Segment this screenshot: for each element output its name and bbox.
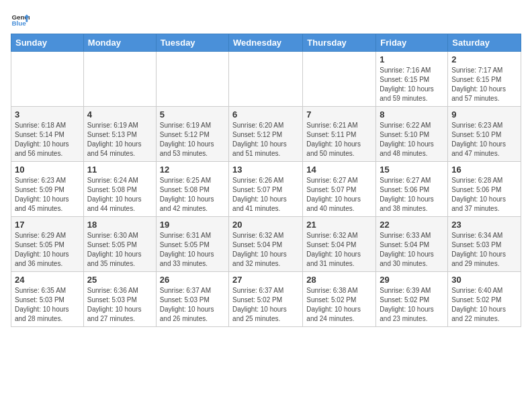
day-number: 2 [451, 54, 517, 64]
calendar-cell: 23Sunrise: 6:34 AM Sunset: 5:03 PM Dayli… [448, 217, 521, 272]
calendar-cell: 19Sunrise: 6:31 AM Sunset: 5:05 PM Dayli… [156, 217, 228, 272]
calendar: SundayMondayTuesdayWednesdayThursdayFrid… [11, 34, 521, 327]
day-number: 15 [380, 165, 444, 175]
page-container: General Blue SundayMondayTuesdayWednesda… [0, 0, 532, 332]
day-info: Sunrise: 6:26 AM Sunset: 5:07 PM Dayligh… [232, 176, 299, 214]
day-number: 16 [451, 165, 517, 175]
day-info: Sunrise: 6:37 AM Sunset: 5:02 PM Dayligh… [232, 286, 299, 324]
calendar-cell: 4Sunrise: 6:19 AM Sunset: 5:13 PM Daylig… [83, 107, 156, 162]
calendar-cell: 3Sunrise: 6:18 AM Sunset: 5:14 PM Daylig… [11, 107, 84, 162]
day-info: Sunrise: 6:27 AM Sunset: 5:06 PM Dayligh… [380, 176, 444, 214]
day-number: 25 [87, 275, 152, 285]
day-info: Sunrise: 6:18 AM Sunset: 5:14 PM Dayligh… [15, 121, 80, 158]
calendar-cell: 2Sunrise: 7:17 AM Sunset: 6:15 PM Daylig… [448, 52, 521, 107]
day-number: 22 [380, 220, 444, 230]
day-number: 18 [87, 220, 152, 230]
day-number: 8 [380, 109, 444, 120]
calendar-cell [229, 52, 303, 107]
calendar-cell: 20Sunrise: 6:32 AM Sunset: 5:04 PM Dayli… [229, 217, 303, 272]
day-number: 19 [160, 220, 225, 230]
calendar-cell: 24Sunrise: 6:35 AM Sunset: 5:03 PM Dayli… [11, 272, 84, 327]
calendar-header-row: SundayMondayTuesdayWednesdayThursdayFrid… [11, 34, 521, 52]
day-number: 26 [160, 275, 225, 285]
day-info: Sunrise: 7:16 AM Sunset: 6:15 PM Dayligh… [380, 66, 444, 103]
calendar-cell: 18Sunrise: 6:30 AM Sunset: 5:05 PM Dayli… [83, 217, 156, 272]
day-info: Sunrise: 6:39 AM Sunset: 5:02 PM Dayligh… [380, 286, 444, 324]
day-number: 9 [451, 109, 517, 120]
weekday-header: Friday [376, 34, 448, 52]
calendar-cell: 30Sunrise: 6:40 AM Sunset: 5:02 PM Dayli… [448, 272, 521, 327]
calendar-cell: 14Sunrise: 6:27 AM Sunset: 5:07 PM Dayli… [303, 162, 376, 217]
day-info: Sunrise: 6:32 AM Sunset: 5:04 PM Dayligh… [306, 231, 372, 269]
day-number: 23 [451, 220, 517, 230]
weekday-header: Wednesday [229, 34, 303, 52]
calendar-cell: 29Sunrise: 6:39 AM Sunset: 5:02 PM Dayli… [376, 272, 448, 327]
calendar-cell [11, 52, 84, 107]
day-info: Sunrise: 6:28 AM Sunset: 5:06 PM Dayligh… [451, 176, 517, 214]
weekday-header: Thursday [303, 34, 376, 52]
day-info: Sunrise: 6:35 AM Sunset: 5:03 PM Dayligh… [15, 286, 80, 324]
day-info: Sunrise: 6:31 AM Sunset: 5:05 PM Dayligh… [160, 231, 225, 269]
calendar-cell: 17Sunrise: 6:29 AM Sunset: 5:05 PM Dayli… [11, 217, 84, 272]
calendar-cell [303, 52, 376, 107]
day-info: Sunrise: 6:23 AM Sunset: 5:09 PM Dayligh… [15, 176, 80, 214]
calendar-cell: 11Sunrise: 6:24 AM Sunset: 5:08 PM Dayli… [83, 162, 156, 217]
calendar-cell [156, 52, 228, 107]
day-number: 3 [15, 109, 80, 120]
calendar-cell: 27Sunrise: 6:37 AM Sunset: 5:02 PM Dayli… [229, 272, 303, 327]
day-number: 20 [232, 220, 299, 230]
day-info: Sunrise: 6:23 AM Sunset: 5:10 PM Dayligh… [451, 121, 517, 158]
day-number: 7 [306, 109, 372, 120]
weekday-header: Monday [83, 34, 156, 52]
calendar-cell: 22Sunrise: 6:33 AM Sunset: 5:04 PM Dayli… [376, 217, 448, 272]
day-info: Sunrise: 6:22 AM Sunset: 5:10 PM Dayligh… [380, 121, 444, 158]
day-info: Sunrise: 6:30 AM Sunset: 5:05 PM Dayligh… [87, 231, 152, 269]
calendar-cell: 28Sunrise: 6:38 AM Sunset: 5:02 PM Dayli… [303, 272, 376, 327]
day-info: Sunrise: 6:24 AM Sunset: 5:08 PM Dayligh… [87, 176, 152, 214]
day-number: 24 [15, 275, 80, 285]
day-number: 4 [87, 109, 152, 120]
day-info: Sunrise: 6:37 AM Sunset: 5:03 PM Dayligh… [160, 286, 225, 324]
day-info: Sunrise: 7:17 AM Sunset: 6:15 PM Dayligh… [451, 66, 517, 103]
header: General Blue [11, 11, 521, 30]
calendar-cell: 7Sunrise: 6:21 AM Sunset: 5:11 PM Daylig… [303, 107, 376, 162]
svg-text:Blue: Blue [11, 19, 26, 27]
calendar-cell: 5Sunrise: 6:19 AM Sunset: 5:12 PM Daylig… [156, 107, 228, 162]
calendar-week-row: 24Sunrise: 6:35 AM Sunset: 5:03 PM Dayli… [11, 272, 521, 327]
weekday-header: Tuesday [156, 34, 228, 52]
day-info: Sunrise: 6:29 AM Sunset: 5:05 PM Dayligh… [15, 231, 80, 269]
day-number: 17 [15, 220, 80, 230]
calendar-cell [83, 52, 156, 107]
day-info: Sunrise: 6:32 AM Sunset: 5:04 PM Dayligh… [232, 231, 299, 269]
day-number: 14 [306, 165, 372, 175]
calendar-week-row: 1Sunrise: 7:16 AM Sunset: 6:15 PM Daylig… [11, 52, 521, 107]
day-info: Sunrise: 6:21 AM Sunset: 5:11 PM Dayligh… [306, 121, 372, 158]
calendar-cell: 9Sunrise: 6:23 AM Sunset: 5:10 PM Daylig… [448, 107, 521, 162]
day-number: 13 [232, 165, 299, 175]
calendar-cell: 8Sunrise: 6:22 AM Sunset: 5:10 PM Daylig… [376, 107, 448, 162]
day-number: 29 [380, 275, 444, 285]
day-number: 12 [160, 165, 225, 175]
day-info: Sunrise: 6:40 AM Sunset: 5:02 PM Dayligh… [451, 286, 517, 324]
calendar-cell: 21Sunrise: 6:32 AM Sunset: 5:04 PM Dayli… [303, 217, 376, 272]
day-info: Sunrise: 6:25 AM Sunset: 5:08 PM Dayligh… [160, 176, 225, 214]
day-number: 5 [160, 109, 225, 120]
calendar-cell: 1Sunrise: 7:16 AM Sunset: 6:15 PM Daylig… [376, 52, 448, 107]
day-number: 27 [232, 275, 299, 285]
day-number: 1 [380, 54, 444, 64]
day-info: Sunrise: 6:19 AM Sunset: 5:13 PM Dayligh… [87, 121, 152, 158]
weekday-header: Sunday [11, 34, 84, 52]
day-number: 10 [15, 165, 80, 175]
calendar-cell: 15Sunrise: 6:27 AM Sunset: 5:06 PM Dayli… [376, 162, 448, 217]
calendar-cell: 10Sunrise: 6:23 AM Sunset: 5:09 PM Dayli… [11, 162, 84, 217]
logo-icon: General Blue [11, 11, 30, 30]
calendar-cell: 13Sunrise: 6:26 AM Sunset: 5:07 PM Dayli… [229, 162, 303, 217]
day-info: Sunrise: 6:34 AM Sunset: 5:03 PM Dayligh… [451, 231, 517, 269]
calendar-cell: 12Sunrise: 6:25 AM Sunset: 5:08 PM Dayli… [156, 162, 228, 217]
calendar-week-row: 17Sunrise: 6:29 AM Sunset: 5:05 PM Dayli… [11, 217, 521, 272]
day-info: Sunrise: 6:20 AM Sunset: 5:12 PM Dayligh… [232, 121, 299, 158]
calendar-cell: 16Sunrise: 6:28 AM Sunset: 5:06 PM Dayli… [448, 162, 521, 217]
day-number: 11 [87, 165, 152, 175]
calendar-week-row: 3Sunrise: 6:18 AM Sunset: 5:14 PM Daylig… [11, 107, 521, 162]
calendar-cell: 6Sunrise: 6:20 AM Sunset: 5:12 PM Daylig… [229, 107, 303, 162]
